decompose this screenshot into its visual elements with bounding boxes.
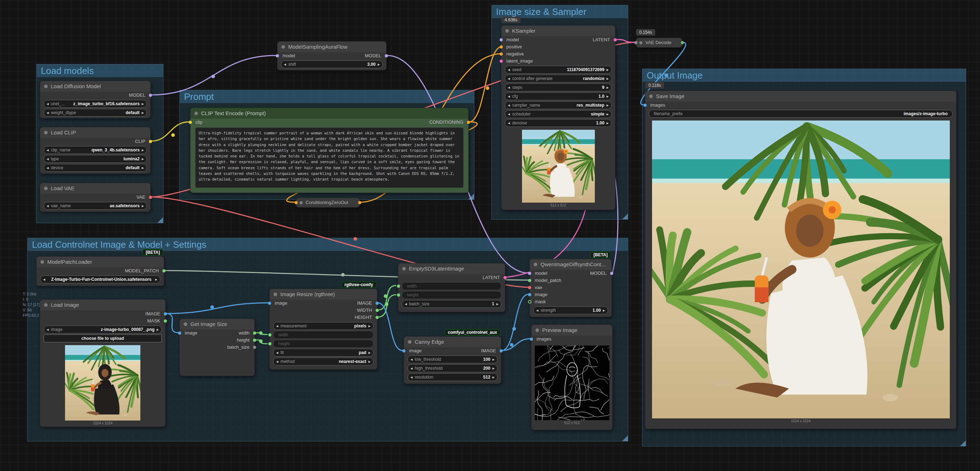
output-IMAGE[interactable]	[500, 349, 503, 353]
node-title[interactable]: Load CLIP	[40, 127, 150, 138]
output-width[interactable]	[253, 332, 256, 335]
input-image[interactable]	[178, 332, 181, 335]
group-resize-handle[interactable]	[622, 214, 628, 219]
collapse-dot[interactable]	[44, 303, 48, 307]
output-IMAGE[interactable]	[164, 312, 167, 316]
decrement-arrow[interactable]: ◀	[508, 86, 510, 89]
group-title-image-size-sampler[interactable]: Image size & Sampler	[492, 5, 628, 18]
output-WIDTH[interactable]	[375, 309, 379, 312]
device-widget[interactable]: ◀devicedefault▶	[44, 164, 147, 172]
input-model[interactable]	[276, 54, 279, 57]
node-qwen-image-diffsynth[interactable]: [BETA]QwenImageDiffsynthCont...modelMODE…	[530, 259, 612, 317]
reroute-dot[interactable]	[486, 86, 489, 90]
increment-arrow[interactable]: ▶	[142, 158, 144, 161]
increment-arrow[interactable]: ▶	[378, 63, 380, 66]
decrement-arrow[interactable]: ◀	[410, 367, 412, 370]
method-widget[interactable]: ◀methodnearest-exact▶	[273, 358, 374, 366]
increment-arrow[interactable]: ▶	[493, 358, 495, 361]
increment-arrow[interactable]: ▶	[606, 122, 609, 125]
decrement-arrow[interactable]: ◀	[276, 351, 278, 355]
decrement-arrow[interactable]: ◀	[276, 325, 278, 328]
width-widget[interactable]: width	[402, 282, 501, 290]
increment-arrow[interactable]: ▶	[369, 325, 371, 328]
decrement-arrow[interactable]: ◀	[43, 278, 45, 281]
increment-arrow[interactable]: ▶	[142, 149, 144, 152]
increment-arrow[interactable]: ▶	[606, 104, 609, 107]
node-ksampler[interactable]: 4.636sKSamplermodelLATENTpositivenegativ…	[501, 25, 616, 210]
output-MASK[interactable]	[164, 320, 167, 323]
decrement-arrow[interactable]: ◀	[46, 102, 49, 105]
group-title-prompt[interactable]: Prompt	[180, 90, 474, 103]
measurement-widget[interactable]: ◀measurementpixels▶	[273, 322, 374, 330]
collapse-dot[interactable]	[536, 328, 539, 332]
node-canny-edge[interactable]: comfyui_controlnet_auxCanny EdgeimageIMA…	[404, 336, 501, 384]
node-title[interactable]: Load Image	[40, 300, 165, 310]
node-title[interactable]: ModelPatchLoader	[37, 257, 164, 267]
shift-widget[interactable]: ◀shift3.00▶	[281, 60, 383, 68]
decrement-arrow[interactable]: ◀	[46, 328, 49, 331]
collapse-dot[interactable]	[194, 111, 198, 115]
input-positive[interactable]	[500, 46, 503, 49]
group-title-load-models[interactable]: Load models	[37, 64, 163, 77]
decrement-arrow[interactable]: ◀	[410, 376, 412, 379]
node-title[interactable]: ModelSamplingAuraFlow	[277, 41, 386, 52]
node-title[interactable]: Canny Edge	[404, 337, 501, 347]
increment-arrow[interactable]: ▶	[369, 360, 371, 363]
node-title[interactable]: Load VAE	[40, 183, 150, 194]
reroute-dot[interactable]	[212, 75, 215, 78]
output-dot[interactable]	[358, 201, 361, 204]
output-LATENT[interactable]	[614, 38, 617, 41]
node-clip-text-encode[interactable]: CLIP Text Encode (Prompt)clipCONDITIONIN…	[190, 108, 469, 193]
input-model[interactable]	[500, 38, 503, 41]
input-height[interactable]	[268, 342, 272, 345]
group-resize-handle[interactable]	[158, 217, 163, 223]
input-width[interactable]	[397, 285, 400, 288]
increment-arrow[interactable]: ▶	[493, 376, 495, 379]
group-resize-handle[interactable]	[468, 194, 474, 199]
decrement-arrow[interactable]: ◀	[410, 358, 412, 361]
input-image[interactable]	[268, 302, 271, 305]
node-vae-decode[interactable]: 0.154sVAE Decode	[636, 38, 682, 48]
node-load-image[interactable]: Load ImageIMAGEMASK◀imagez-image-turbo_0…	[40, 299, 165, 427]
denoise-widget[interactable]: ◀denoise1.00▶	[505, 119, 611, 127]
decrement-arrow[interactable]: ◀	[508, 68, 510, 72]
decrement-arrow[interactable]: ◀	[405, 302, 407, 306]
decrement-arrow[interactable]: ◀	[536, 309, 538, 312]
input-model[interactable]	[528, 272, 531, 275]
increment-arrow[interactable]: ▶	[603, 309, 605, 312]
image-widget[interactable]: ◀imagez-image-turbo_00087_.png▶	[44, 326, 162, 333]
increment-arrow[interactable]: ▶	[142, 102, 144, 105]
high_threshold-widget[interactable]: ◀high_threshold200▶	[407, 364, 498, 372]
decrement-arrow[interactable]: ◀	[276, 360, 278, 363]
input-dot[interactable]	[634, 41, 638, 45]
input-vae[interactable]	[528, 286, 531, 290]
node-title[interactable]: Image Resize (rgthree)	[270, 289, 377, 300]
output-MODEL[interactable]	[149, 94, 152, 97]
node-title[interactable]: Get Image Size	[180, 319, 255, 329]
output-height[interactable]	[253, 339, 256, 342]
increment-arrow[interactable]: ▶	[157, 328, 159, 331]
node-title[interactable]: CLIP Text Encode (Prompt)	[191, 108, 468, 119]
output-LATENT[interactable]	[503, 276, 507, 279]
node-title[interactable]: VAE Decode	[636, 38, 682, 47]
decrement-arrow[interactable]: ◀	[46, 166, 49, 170]
weight_dtype-widget[interactable]: ◀weight_dtypedefault▶	[44, 109, 147, 116]
input-width[interactable]	[268, 333, 272, 337]
increment-arrow[interactable]: ▶	[606, 68, 609, 72]
output-CLIP[interactable]	[149, 140, 152, 143]
clip_name-widget[interactable]: ◀clip_nameqwen_3_4b.safetensors▶	[44, 146, 147, 154]
output-batch_size[interactable]	[253, 346, 256, 349]
output-MODEL[interactable]	[385, 54, 388, 57]
node-preview-image[interactable]: Preview Imageimages512 x 512	[531, 325, 612, 430]
increment-arrow[interactable]: ▶	[142, 166, 144, 170]
fit-widget[interactable]: ◀fitpad▶	[273, 349, 374, 356]
decrement-arrow[interactable]: ◀	[46, 111, 49, 115]
batch_size-widget[interactable]: ◀batch_size1▶	[402, 300, 501, 308]
decrement-arrow[interactable]: ◀	[508, 95, 510, 98]
decrement-arrow[interactable]: ◀	[508, 104, 510, 107]
decrement-arrow[interactable]: ◀	[508, 113, 510, 116]
input-latent_image[interactable]	[500, 60, 503, 63]
vae_name-widget[interactable]: ◀vae_nameae.safetensors▶	[44, 202, 147, 210]
node-model-patch-loader[interactable]: [BETA]ModelPatchLoaderMODEL_PATCH◀Z-Imag…	[36, 256, 164, 286]
low_threshold-widget[interactable]: ◀low_threshold100▶	[407, 355, 498, 363]
